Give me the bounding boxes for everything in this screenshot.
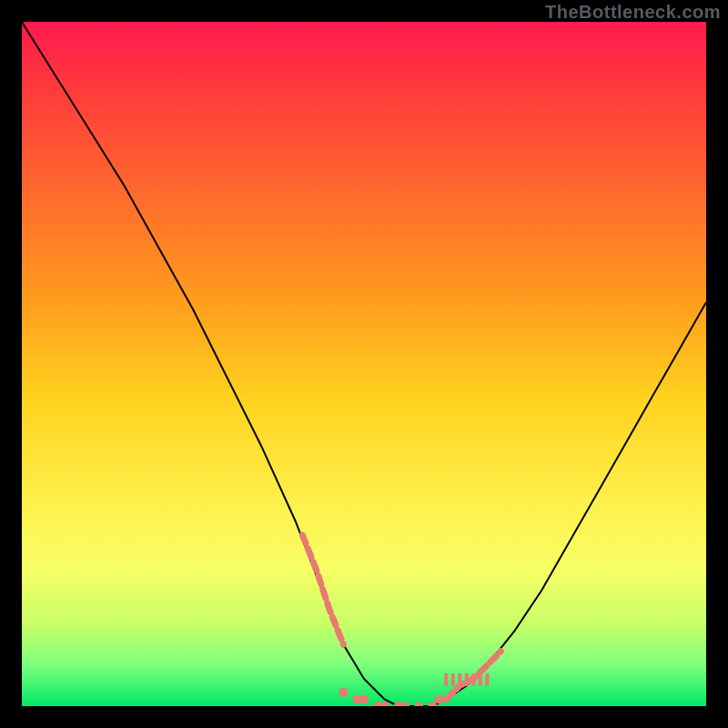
svg-point-4 [380,702,389,706]
svg-point-6 [400,702,410,706]
svg-point-8 [428,702,437,706]
svg-point-7 [414,702,423,706]
chart-markers [302,535,500,706]
chart-svg [22,22,706,706]
chart-frame: TheBottleneck.com [0,0,728,728]
svg-point-9 [435,695,444,704]
attribution-label: TheBottleneck.com [545,2,721,23]
svg-point-2 [359,695,369,704]
chart-curve [22,22,706,706]
svg-point-0 [339,688,348,697]
